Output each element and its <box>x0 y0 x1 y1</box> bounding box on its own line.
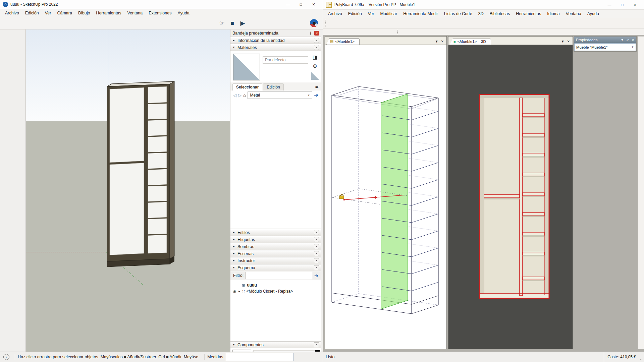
filter-input[interactable] <box>246 272 312 279</box>
panel-escenas[interactable]: ► Escenas ✕ <box>230 250 321 257</box>
panel-instructor[interactable]: ► Instructor ✕ <box>230 257 321 264</box>
pin-icon[interactable]: ⊸ <box>308 31 313 35</box>
secondary-pane-icon[interactable]: ◨ <box>313 54 317 60</box>
tray-close-icon[interactable]: ✕ <box>314 31 319 36</box>
chevron-right-icon[interactable]: ► <box>238 290 241 293</box>
menu-cámara[interactable]: Cámara <box>54 10 75 16</box>
tab-close-icon[interactable]: ✕ <box>441 40 444 43</box>
panel-componentes-header[interactable]: ▼ Componentes ✕ <box>230 341 321 348</box>
menu-dibujo[interactable]: Dibujo <box>75 10 93 16</box>
tree-item-component[interactable]: ◉ ► ∷ <Módulo Closet - Repisa> <box>230 288 321 294</box>
plugin-pointer-button[interactable]: ☞ <box>217 19 226 27</box>
measurements-input[interactable] <box>226 353 293 361</box>
menu-ver[interactable]: Ver <box>42 10 54 16</box>
eyedropper-icon[interactable]: ✒ <box>315 84 319 90</box>
material-category-dropdown[interactable]: Metal ▼ <box>248 92 312 99</box>
plugin-export-button[interactable]: ▶ <box>238 19 247 27</box>
pin-icon[interactable]: ⊸ <box>625 37 631 43</box>
status-text: Listo <box>323 355 334 359</box>
eye-icon[interactable]: ◉ <box>233 289 236 294</box>
close-button[interactable]: ✕ <box>307 0 320 8</box>
panel-etiquetas[interactable]: ► Etiquetas ✕ <box>230 236 321 243</box>
object-selector-dropdown[interactable]: Mueble "Mueble1" ▼ <box>574 43 636 51</box>
close-icon[interactable]: ✕ <box>314 38 319 43</box>
close-icon[interactable]: ✕ <box>314 237 319 242</box>
panel-sombras[interactable]: ► Sombras ✕ <box>230 243 321 250</box>
window-title: uuuu - SketchUp Pro 2022 <box>10 2 58 7</box>
menu-bibliotecas[interactable]: Bibliotecas <box>487 10 513 17</box>
resize-grip[interactable] <box>639 352 644 362</box>
create-material-icon[interactable]: ⊕ <box>313 63 317 69</box>
panel-label: Esquema <box>237 265 255 270</box>
tab-list-icon[interactable]: ▼ <box>561 40 565 43</box>
menu-ver[interactable]: Ver <box>365 10 377 17</box>
filter-go-icon[interactable]: ➔ <box>314 273 318 278</box>
close-icon[interactable]: ✕ <box>314 244 319 249</box>
maximize-button[interactable]: □ <box>616 1 629 9</box>
divider-panel[interactable] <box>520 98 523 296</box>
menu-archivo[interactable]: Archivo <box>2 10 22 16</box>
left-shelf[interactable] <box>484 194 520 198</box>
wireframe-viewport[interactable] <box>325 45 446 349</box>
trimble-sync-icon[interactable] <box>310 19 318 27</box>
tab-close-icon[interactable]: ✕ <box>567 40 570 43</box>
close-button[interactable]: ✕ <box>629 1 641 9</box>
close-icon[interactable]: ✕ <box>314 251 319 256</box>
panel-estilos[interactable]: ► Estilos ✕ <box>230 229 321 236</box>
material-sample-swatch[interactable] <box>311 72 319 80</box>
minimize-button[interactable]: — <box>603 1 616 9</box>
panel-esquema-header[interactable]: ▼ Esquema ✕ <box>230 264 321 271</box>
material-name-field[interactable]: Por defecto <box>263 56 308 64</box>
chevron-down-icon[interactable]: ▼ <box>621 38 624 42</box>
panel-materials-header[interactable]: ▼ Materiales ✕ <box>230 44 321 51</box>
menu-edición[interactable]: Edición <box>345 10 365 17</box>
close-icon[interactable]: ✕ <box>314 258 319 263</box>
menu-herramienta-medir[interactable]: Herramienta Medir <box>400 10 441 17</box>
close-icon[interactable]: ✕ <box>632 38 634 42</box>
tab-seleccionar[interactable]: Seleccionar <box>232 83 262 90</box>
plugin-panel-button[interactable]: ■ <box>228 19 237 27</box>
menu-edición[interactable]: Edición <box>22 10 42 16</box>
close-icon[interactable]: ✕ <box>314 45 319 50</box>
panel-label: Estilos <box>237 230 250 235</box>
tab-mueble1[interactable]: ▤ <Mueble1> <box>326 38 360 45</box>
info-icon[interactable]: i <box>3 354 9 360</box>
close-icon[interactable]: ✕ <box>314 342 319 347</box>
menu-3d[interactable]: 3D <box>475 10 487 17</box>
sample-paint-icon[interactable]: ➔ <box>314 92 318 98</box>
menu-ayuda[interactable]: Ayuda <box>584 10 602 17</box>
home-icon[interactable]: ⌂ <box>243 93 246 98</box>
sketchup-viewport[interactable] <box>25 29 230 352</box>
sketchup-statusbar: i Haz clic o arrastra para seleccionar o… <box>0 352 323 362</box>
menu-modificar[interactable]: Modificar <box>377 10 400 17</box>
render-3d-viewport[interactable] <box>448 45 573 349</box>
chevron-right-icon: ► <box>232 252 235 255</box>
tab-list-icon[interactable]: ▼ <box>435 40 438 43</box>
menu-idioma[interactable]: Idioma <box>544 10 563 17</box>
menu-ventana[interactable]: Ventana <box>124 10 146 16</box>
menu-archivo[interactable]: Archivo <box>325 10 345 17</box>
maximize-button[interactable]: □ <box>294 0 307 8</box>
menu-listas-de-corte[interactable]: Listas de Corte <box>441 10 475 17</box>
tab-mueble1-3d[interactable]: ■ <Mueble1> – 3D <box>450 39 491 45</box>
menu-extensiones[interactable]: Extensiones <box>146 10 174 16</box>
close-icon[interactable]: ✕ <box>314 265 319 270</box>
forward-arrow-icon[interactable]: ▷ <box>238 93 241 98</box>
menu-herramientas[interactable]: Herramientas <box>513 10 544 17</box>
menu-ayuda[interactable]: Ayuda <box>174 10 192 16</box>
chevron-right-icon: ► <box>232 245 235 248</box>
tray-titlebar: Bandeja predeterminada ⊸ ✕ <box>230 29 321 37</box>
wireframe-drawing <box>325 45 446 349</box>
tree-item-model[interactable]: ▣ uuuu <box>230 282 321 288</box>
sketchup-plugin-toolbar: ☞■▶ <box>0 17 323 29</box>
toolbar-grip[interactable] <box>325 20 328 26</box>
window-controls: — □ ✕ <box>282 0 320 8</box>
panel-entity-info[interactable]: ► Información de la entidad ✕ <box>230 37 321 44</box>
menu-ventana[interactable]: Ventana <box>563 10 584 17</box>
menu-herramientas[interactable]: Herramientas <box>93 10 124 16</box>
close-icon[interactable]: ✕ <box>314 230 319 235</box>
minimize-button[interactable]: — <box>282 0 294 8</box>
tab-edicion[interactable]: Edición <box>263 83 283 90</box>
back-arrow-icon[interactable]: ◁ <box>233 93 236 98</box>
tab-controls: ▼ ✕ <box>435 40 445 45</box>
